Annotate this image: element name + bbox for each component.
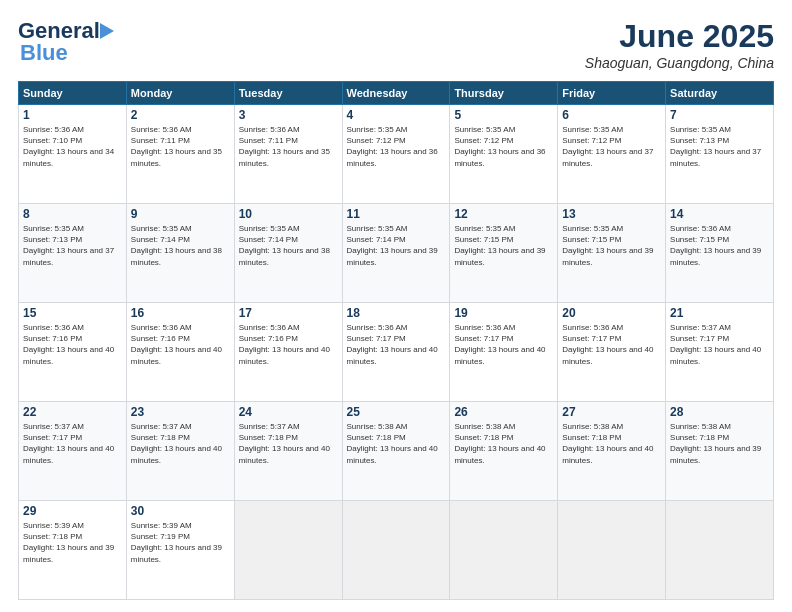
day-info: Sunrise: 5:36 AMSunset: 7:11 PMDaylight:…	[131, 124, 230, 169]
day-info: Sunrise: 5:36 AMSunset: 7:17 PMDaylight:…	[347, 322, 446, 367]
day-number: 20	[562, 306, 661, 320]
day-number: 12	[454, 207, 553, 221]
day-number: 27	[562, 405, 661, 419]
header: General Blue June 2025 Shaoguan, Guangdo…	[18, 18, 774, 71]
table-row: 13Sunrise: 5:35 AMSunset: 7:15 PMDayligh…	[558, 204, 666, 303]
day-number: 30	[131, 504, 230, 518]
table-row	[450, 501, 558, 600]
day-number: 21	[670, 306, 769, 320]
day-number: 14	[670, 207, 769, 221]
table-row: 24Sunrise: 5:37 AMSunset: 7:18 PMDayligh…	[234, 402, 342, 501]
day-info: Sunrise: 5:36 AMSunset: 7:15 PMDaylight:…	[670, 223, 769, 268]
day-info: Sunrise: 5:35 AMSunset: 7:12 PMDaylight:…	[347, 124, 446, 169]
calendar-week-row: 8Sunrise: 5:35 AMSunset: 7:13 PMDaylight…	[19, 204, 774, 303]
table-row: 4Sunrise: 5:35 AMSunset: 7:12 PMDaylight…	[342, 105, 450, 204]
table-row: 12Sunrise: 5:35 AMSunset: 7:15 PMDayligh…	[450, 204, 558, 303]
day-info: Sunrise: 5:39 AMSunset: 7:18 PMDaylight:…	[23, 520, 122, 565]
day-number: 29	[23, 504, 122, 518]
day-number: 19	[454, 306, 553, 320]
table-row: 16Sunrise: 5:36 AMSunset: 7:16 PMDayligh…	[126, 303, 234, 402]
table-row: 3Sunrise: 5:36 AMSunset: 7:11 PMDaylight…	[234, 105, 342, 204]
day-number: 26	[454, 405, 553, 419]
day-info: Sunrise: 5:36 AMSunset: 7:16 PMDaylight:…	[239, 322, 338, 367]
table-row: 17Sunrise: 5:36 AMSunset: 7:16 PMDayligh…	[234, 303, 342, 402]
day-info: Sunrise: 5:36 AMSunset: 7:17 PMDaylight:…	[454, 322, 553, 367]
day-number: 25	[347, 405, 446, 419]
table-row: 5Sunrise: 5:35 AMSunset: 7:12 PMDaylight…	[450, 105, 558, 204]
day-info: Sunrise: 5:37 AMSunset: 7:17 PMDaylight:…	[670, 322, 769, 367]
month-title: June 2025	[585, 18, 774, 55]
day-info: Sunrise: 5:39 AMSunset: 7:19 PMDaylight:…	[131, 520, 230, 565]
day-number: 8	[23, 207, 122, 221]
svg-marker-0	[100, 23, 114, 39]
day-info: Sunrise: 5:35 AMSunset: 7:12 PMDaylight:…	[562, 124, 661, 169]
day-info: Sunrise: 5:38 AMSunset: 7:18 PMDaylight:…	[347, 421, 446, 466]
day-info: Sunrise: 5:36 AMSunset: 7:10 PMDaylight:…	[23, 124, 122, 169]
table-row: 8Sunrise: 5:35 AMSunset: 7:13 PMDaylight…	[19, 204, 127, 303]
day-info: Sunrise: 5:37 AMSunset: 7:17 PMDaylight:…	[23, 421, 122, 466]
table-row: 19Sunrise: 5:36 AMSunset: 7:17 PMDayligh…	[450, 303, 558, 402]
calendar-page: General Blue June 2025 Shaoguan, Guangdo…	[0, 0, 792, 612]
day-number: 28	[670, 405, 769, 419]
calendar-week-row: 15Sunrise: 5:36 AMSunset: 7:16 PMDayligh…	[19, 303, 774, 402]
col-saturday: Saturday	[666, 82, 774, 105]
logo-blue: Blue	[20, 40, 68, 66]
calendar-header-row: Sunday Monday Tuesday Wednesday Thursday…	[19, 82, 774, 105]
day-info: Sunrise: 5:35 AMSunset: 7:15 PMDaylight:…	[454, 223, 553, 268]
table-row: 15Sunrise: 5:36 AMSunset: 7:16 PMDayligh…	[19, 303, 127, 402]
day-info: Sunrise: 5:37 AMSunset: 7:18 PMDaylight:…	[239, 421, 338, 466]
table-row: 28Sunrise: 5:38 AMSunset: 7:18 PMDayligh…	[666, 402, 774, 501]
day-info: Sunrise: 5:37 AMSunset: 7:18 PMDaylight:…	[131, 421, 230, 466]
table-row: 7Sunrise: 5:35 AMSunset: 7:13 PMDaylight…	[666, 105, 774, 204]
col-thursday: Thursday	[450, 82, 558, 105]
calendar-week-row: 29Sunrise: 5:39 AMSunset: 7:18 PMDayligh…	[19, 501, 774, 600]
col-tuesday: Tuesday	[234, 82, 342, 105]
table-row: 14Sunrise: 5:36 AMSunset: 7:15 PMDayligh…	[666, 204, 774, 303]
day-number: 16	[131, 306, 230, 320]
day-info: Sunrise: 5:35 AMSunset: 7:13 PMDaylight:…	[670, 124, 769, 169]
table-row	[666, 501, 774, 600]
day-number: 2	[131, 108, 230, 122]
table-row	[558, 501, 666, 600]
day-info: Sunrise: 5:35 AMSunset: 7:12 PMDaylight:…	[454, 124, 553, 169]
table-row: 26Sunrise: 5:38 AMSunset: 7:18 PMDayligh…	[450, 402, 558, 501]
col-sunday: Sunday	[19, 82, 127, 105]
title-block: June 2025 Shaoguan, Guangdong, China	[585, 18, 774, 71]
table-row: 30Sunrise: 5:39 AMSunset: 7:19 PMDayligh…	[126, 501, 234, 600]
table-row	[342, 501, 450, 600]
table-row: 18Sunrise: 5:36 AMSunset: 7:17 PMDayligh…	[342, 303, 450, 402]
day-info: Sunrise: 5:36 AMSunset: 7:17 PMDaylight:…	[562, 322, 661, 367]
col-monday: Monday	[126, 82, 234, 105]
day-info: Sunrise: 5:38 AMSunset: 7:18 PMDaylight:…	[562, 421, 661, 466]
day-info: Sunrise: 5:35 AMSunset: 7:14 PMDaylight:…	[131, 223, 230, 268]
table-row: 6Sunrise: 5:35 AMSunset: 7:12 PMDaylight…	[558, 105, 666, 204]
day-number: 3	[239, 108, 338, 122]
day-number: 4	[347, 108, 446, 122]
day-info: Sunrise: 5:35 AMSunset: 7:14 PMDaylight:…	[239, 223, 338, 268]
col-friday: Friday	[558, 82, 666, 105]
day-info: Sunrise: 5:36 AMSunset: 7:16 PMDaylight:…	[131, 322, 230, 367]
day-number: 15	[23, 306, 122, 320]
day-number: 6	[562, 108, 661, 122]
table-row	[234, 501, 342, 600]
day-info: Sunrise: 5:35 AMSunset: 7:14 PMDaylight:…	[347, 223, 446, 268]
day-number: 24	[239, 405, 338, 419]
table-row: 2Sunrise: 5:36 AMSunset: 7:11 PMDaylight…	[126, 105, 234, 204]
day-number: 23	[131, 405, 230, 419]
day-info: Sunrise: 5:35 AMSunset: 7:15 PMDaylight:…	[562, 223, 661, 268]
day-info: Sunrise: 5:35 AMSunset: 7:13 PMDaylight:…	[23, 223, 122, 268]
day-number: 18	[347, 306, 446, 320]
table-row: 11Sunrise: 5:35 AMSunset: 7:14 PMDayligh…	[342, 204, 450, 303]
day-info: Sunrise: 5:36 AMSunset: 7:16 PMDaylight:…	[23, 322, 122, 367]
table-row: 22Sunrise: 5:37 AMSunset: 7:17 PMDayligh…	[19, 402, 127, 501]
day-number: 22	[23, 405, 122, 419]
table-row: 23Sunrise: 5:37 AMSunset: 7:18 PMDayligh…	[126, 402, 234, 501]
table-row: 1Sunrise: 5:36 AMSunset: 7:10 PMDaylight…	[19, 105, 127, 204]
table-row: 25Sunrise: 5:38 AMSunset: 7:18 PMDayligh…	[342, 402, 450, 501]
table-row: 20Sunrise: 5:36 AMSunset: 7:17 PMDayligh…	[558, 303, 666, 402]
day-number: 10	[239, 207, 338, 221]
day-number: 1	[23, 108, 122, 122]
calendar-week-row: 22Sunrise: 5:37 AMSunset: 7:17 PMDayligh…	[19, 402, 774, 501]
calendar-table: Sunday Monday Tuesday Wednesday Thursday…	[18, 81, 774, 600]
day-info: Sunrise: 5:36 AMSunset: 7:11 PMDaylight:…	[239, 124, 338, 169]
